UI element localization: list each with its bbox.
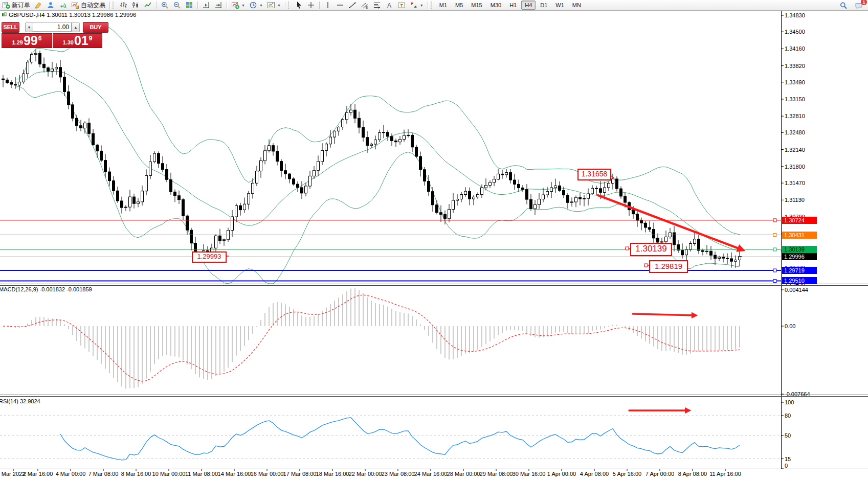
time-tick: Mar 2022 [2,471,25,477]
auto-scroll-icon [214,1,222,9]
periods-button[interactable]: ▼ [247,0,265,10]
cursor-button[interactable] [293,0,305,10]
sell-quote[interactable]: 1.29 99 6 [2,33,52,48]
time-tick: 28 Mar 00:00 [447,471,480,477]
indicator-plus-icon [231,1,239,9]
highlighter-button[interactable] [32,0,44,10]
toolbar-drag-handle[interactable] [431,2,434,9]
time-tick: 7 Apr 00:00 [646,471,674,477]
cursor-icon [295,1,303,9]
zoom-in-button[interactable] [159,0,171,10]
indicators-button[interactable]: ▼ [229,0,247,10]
fibonacci-button[interactable]: F [371,0,383,10]
timeframe-m1-button[interactable]: M1 [436,1,451,10]
search-icon [839,2,848,10]
signal-icon [59,1,67,9]
price-tick: 1.32480 [785,129,805,135]
pane-separator[interactable] [0,395,868,395]
bar-chart-icon [119,1,127,9]
timeframe-mn-button[interactable]: MN [569,1,585,10]
signals-button[interactable] [57,0,69,10]
trend-arrow-price [598,195,743,250]
chat-button[interactable]: 1 [853,1,865,11]
time-tick: 14 Mar 16:00 [218,471,251,477]
price-tag-1.29719: 1.29719 [782,267,817,274]
volume-input[interactable] [33,22,72,32]
highlighter-icon [34,1,42,9]
trendline-button[interactable] [346,0,359,10]
tile-windows-button[interactable] [183,0,195,10]
sell-price-big: 99 [24,34,38,48]
time-tick: 22 Mar 00:00 [349,471,382,477]
templates-button[interactable]: ▼ [265,0,283,10]
search-button[interactable] [837,1,850,11]
timeframe-m15-button[interactable]: M15 [468,1,485,10]
time-tick: 23 Mar 08:00 [382,471,415,477]
equidistant-channel-button[interactable]: E [359,0,371,10]
arrows-button[interactable]: ▼ [408,0,426,10]
timeframe-w1-button[interactable]: W1 [552,1,568,10]
vline-icon [324,1,332,9]
bar-chart-button[interactable] [117,0,129,10]
toolbar-separator [319,2,320,9]
auto-scroll-button[interactable] [212,0,225,10]
time-tick: 8 Apr 08:00 [678,471,707,477]
toolbar-drag-handle[interactable] [113,2,116,9]
candle-chart-button[interactable] [129,0,142,10]
pane-separator[interactable] [0,396,868,397]
macd-tick: 0.004144 [785,287,808,293]
volume-down-button[interactable]: ▼ [25,22,33,32]
price-annotation-1-29993[interactable]: 1.29993 [192,251,227,263]
text-a-icon: A [385,1,393,9]
price-tag-1.29510: 1.29510 [782,277,817,284]
volume-up-button[interactable]: ▲ [72,22,80,32]
line-chart-button[interactable] [142,0,154,10]
timeframe-m30-button[interactable]: M30 [487,1,505,10]
person-icon [47,1,55,9]
timeframe-d1-button[interactable]: D1 [537,1,551,10]
price-tag-1.30724: 1.30724 [782,217,817,224]
price-axis-line [781,11,782,469]
horizontal-line-button[interactable] [334,0,346,10]
chart-canvas[interactable] [0,0,868,481]
text-button[interactable]: A [383,0,395,10]
rsi-tick: 15 [785,456,791,462]
sell-price-prefix: 1.29 [12,39,23,45]
candles-up [18,53,741,261]
new-order-button[interactable]: 新订单 [0,0,32,10]
text-label-button[interactable]: T [395,0,408,10]
rsi-tick: 50 [785,432,791,439]
chart-shift-button[interactable] [200,0,212,10]
macd-histogram [3,288,740,389]
price-annotation-1-29819[interactable]: 1.29819 [649,260,688,273]
time-tick: 16 Mar 00:00 [251,471,284,477]
price-annotation-1-31658[interactable]: 1.31658 [577,169,611,180]
timeframe-h1-button[interactable]: H1 [506,1,520,10]
toolbar-drag-handle[interactable] [288,2,291,9]
svg-text:F: F [378,6,380,10]
price-tick: 1.34160 [785,45,805,52]
buy-price-prefix: 1.30 [63,39,74,45]
label-t-icon: T [397,1,406,9]
new-order-icon [2,1,10,9]
timeframe-h4-button[interactable]: H4 [521,1,536,10]
chevron-down-icon: ▼ [277,4,281,7]
buy-button[interactable]: BUY [83,22,108,33]
buy-price-pip: 9 [89,35,93,42]
vertical-line-button[interactable] [322,0,334,10]
community-button[interactable] [44,0,57,10]
pane-separator[interactable] [0,285,868,286]
buy-quote[interactable]: 1.30 01 9 [53,33,102,48]
price-annotation-1-30139[interactable]: 1.30139 [630,243,672,256]
bid-price-tag: 1.29996 [782,253,817,260]
zoom-out-button[interactable] [171,0,183,10]
buy-price-big: 01 [74,34,88,48]
crosshair-button[interactable] [305,0,317,10]
time-tick: 2 Mar 16:00 [23,471,53,477]
pane-separator[interactable] [0,284,868,284]
time-tick: 11 Apr 16:00 [709,471,741,477]
candles-down [2,53,733,261]
timeframe-m5-button[interactable]: M5 [452,1,466,10]
sell-button[interactable]: SELL [2,22,19,33]
autotrading-button[interactable]: 自动交易 [69,0,107,10]
